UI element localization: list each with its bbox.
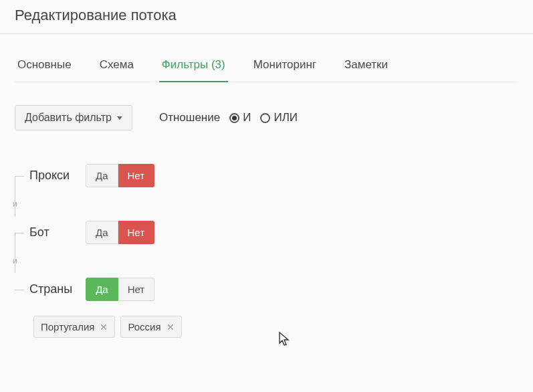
page-header: Редактирование потока xyxy=(0,0,533,34)
page-title: Редактирование потока xyxy=(15,7,518,24)
filter-bot-label: Бот xyxy=(29,225,72,239)
country-tag: Португалия ✕ xyxy=(33,316,115,338)
bot-yes-button[interactable]: Да xyxy=(86,221,118,244)
proxy-no-button[interactable]: Нет xyxy=(118,164,155,187)
relation-group: Отношение И ИЛИ xyxy=(159,111,298,124)
filter-proxy-label: Прокси xyxy=(29,169,72,183)
countries-yes-button[interactable]: Да xyxy=(86,278,118,301)
filter-bot: Бот Да Нет xyxy=(29,221,518,244)
relation-or-label: ИЛИ xyxy=(274,111,298,124)
relation-and-label: И xyxy=(243,111,251,124)
country-tag: Россия ✕ xyxy=(120,316,181,338)
tab-schema[interactable]: Схема xyxy=(97,52,136,82)
connector-and: и xyxy=(13,256,518,266)
remove-tag-icon[interactable]: ✕ xyxy=(100,322,108,332)
filter-proxy: Прокси Да Нет xyxy=(29,164,518,187)
filter-countries-label: Страны xyxy=(29,282,72,296)
connector-and: и xyxy=(13,199,518,209)
caret-down-icon xyxy=(117,116,122,120)
filter-proxy-toggle: Да Нет xyxy=(86,164,154,187)
filter-toolbar: Добавить фильтр Отношение И ИЛИ xyxy=(15,105,518,130)
filter-countries-toggle: Да Нет xyxy=(86,278,154,301)
filter-bot-toggle: Да Нет xyxy=(86,221,154,244)
add-filter-button[interactable]: Добавить фильтр xyxy=(15,105,132,130)
remove-tag-icon[interactable]: ✕ xyxy=(167,322,175,332)
content-area: Основные Схема Фильтры (3) Мониторинг За… xyxy=(0,34,533,358)
radio-icon xyxy=(260,113,270,123)
add-filter-label: Добавить фильтр xyxy=(25,112,112,124)
relation-radio-and[interactable]: И xyxy=(229,111,251,124)
country-tags: Португалия ✕ Россия ✕ xyxy=(33,316,518,338)
bot-no-button[interactable]: Нет xyxy=(118,221,155,244)
relation-radio-or[interactable]: ИЛИ xyxy=(260,111,298,124)
filter-countries: Страны Да Нет xyxy=(29,278,518,301)
tab-bar: Основные Схема Фильтры (3) Мониторинг За… xyxy=(15,52,518,82)
radio-icon-checked xyxy=(229,113,239,123)
proxy-yes-button[interactable]: Да xyxy=(86,164,118,187)
tab-notes[interactable]: Заметки xyxy=(342,52,391,82)
relation-label: Отношение xyxy=(159,111,220,124)
country-tag-label: Португалия xyxy=(41,321,94,332)
tab-filters[interactable]: Фильтры (3) xyxy=(159,52,228,82)
tab-main[interactable]: Основные xyxy=(15,52,74,82)
countries-no-button[interactable]: Нет xyxy=(118,278,155,301)
filters-list: Прокси Да Нет и Бот Да Нет и Страны Да Н… xyxy=(15,164,518,338)
tab-monitoring[interactable]: Мониторинг xyxy=(251,52,319,82)
country-tag-label: Россия xyxy=(128,321,161,332)
